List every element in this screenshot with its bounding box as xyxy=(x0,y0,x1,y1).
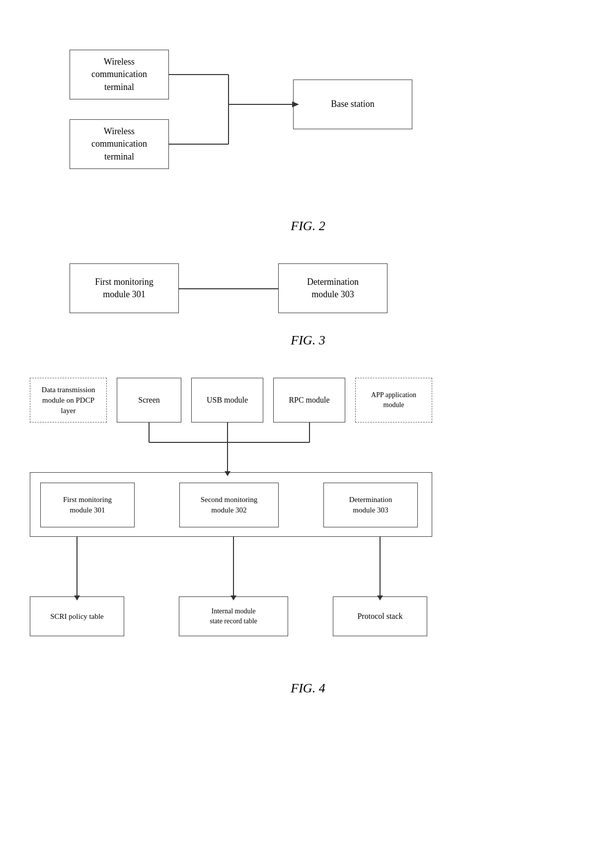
protocol-stack: Protocol stack xyxy=(333,596,427,636)
usb-module: USB module xyxy=(191,378,263,422)
base-station-label: Base station xyxy=(331,98,375,110)
wireless-terminal-2: Wireless communication terminal xyxy=(70,119,169,169)
fig2-diagram: Wireless communication terminal Wireless… xyxy=(20,35,596,214)
internal-module-state-record: Internal module state record table xyxy=(179,596,288,636)
base-station-box: Base station xyxy=(293,80,412,129)
imsr-label: Internal module state record table xyxy=(210,606,257,626)
inner-second-monitoring-302: Second monitoring module 302 xyxy=(179,483,279,527)
scri-label: SCRI policy table xyxy=(50,611,104,622)
fig3-diagram: First monitoring module 301 Determinatio… xyxy=(20,249,596,328)
inner-determination-303: Determination module 303 xyxy=(323,483,418,527)
usb-label: USB module xyxy=(207,395,248,406)
determination-module-303: Determination module 303 xyxy=(278,263,387,313)
first-monitoring-module-301: First monitoring module 301 xyxy=(70,263,179,313)
fig4-diagram: Data transmission module on PDCP layer S… xyxy=(20,363,596,671)
fig2-caption: FIG. 2 xyxy=(20,219,596,234)
wct2-label: Wireless communication terminal xyxy=(91,125,147,163)
rpc-label: RPC module xyxy=(289,395,329,406)
page: Wireless communication terminal Wireless… xyxy=(0,0,616,842)
pdcp-label: Data transmission module on PDCP layer xyxy=(42,385,95,416)
screen-module: Screen xyxy=(117,378,181,422)
fig3-connector xyxy=(179,288,278,289)
fm301-label: First monitoring module 301 xyxy=(95,276,154,301)
det303-label: Determination module 303 xyxy=(307,276,359,301)
inner-sm302-label: Second monitoring module 302 xyxy=(201,495,258,515)
rpc-module: RPC module xyxy=(273,378,345,422)
app-label: APP application module xyxy=(371,390,416,410)
inner-fm301-label: First monitoring module 301 xyxy=(63,495,112,515)
wct1-label: Wireless communication terminal xyxy=(91,56,147,93)
screen-label: Screen xyxy=(138,395,160,406)
app-module: APP application module xyxy=(355,378,432,422)
inner-first-monitoring-301: First monitoring module 301 xyxy=(40,483,135,527)
middle-container: First monitoring module 301 Second monit… xyxy=(30,472,432,537)
pdcp-module: Data transmission module on PDCP layer xyxy=(30,378,107,422)
scri-policy-table: SCRI policy table xyxy=(30,596,124,636)
inner-det303-label: Determination module 303 xyxy=(349,495,392,515)
wireless-terminal-1: Wireless communication terminal xyxy=(70,50,169,99)
fig3-caption: FIG. 3 xyxy=(20,333,596,348)
proto-label: Protocol stack xyxy=(357,611,402,622)
fig4-caption: FIG. 4 xyxy=(20,681,596,696)
